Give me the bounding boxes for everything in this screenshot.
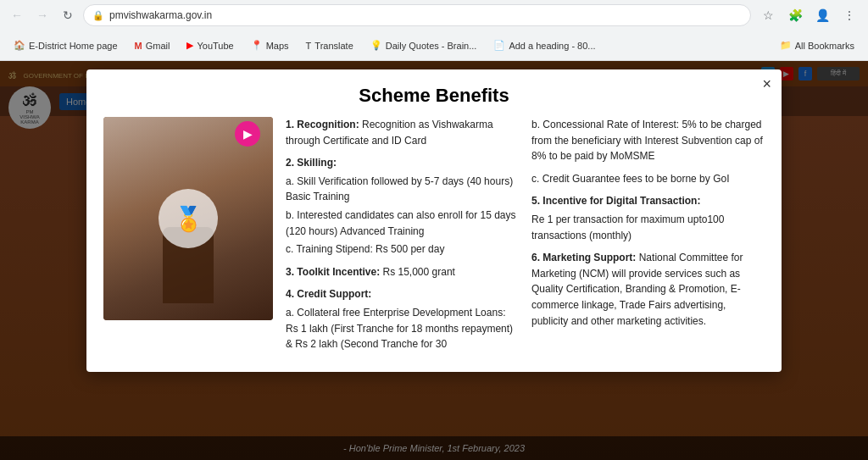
skilling-sub-a: a. Skill Verification followed by 5-7 da… xyxy=(286,174,519,205)
skilling-label: Skilling: xyxy=(297,157,337,169)
modal-image: 🏅 xyxy=(103,117,273,320)
play-cursor-icon: ▶ xyxy=(243,127,253,141)
bookmark-daily-quotes[interactable]: 💡 Daily Quotes - Brain... xyxy=(364,37,484,53)
back-button[interactable]: ← xyxy=(7,5,27,25)
reload-button[interactable]: ↻ xyxy=(58,5,78,25)
marketing-support-item: 6. Marketing Support: National Committee… xyxy=(531,250,765,329)
menu-button[interactable]: ⋮ xyxy=(837,3,861,27)
toolkit-item: 3. Toolkit Incentive: Rs 15,000 grant xyxy=(286,264,519,280)
translate-icon: T xyxy=(306,41,312,51)
star-button[interactable]: ☆ xyxy=(756,3,780,27)
profile-button[interactable]: 👤 xyxy=(810,3,834,27)
modal-overlay: × Scheme Benefits 🏅 ▶ xyxy=(0,61,868,460)
award-icon: 🏅 xyxy=(174,205,203,233)
right-content-column: b. Concessional Rate of Interest: 5% to … xyxy=(531,117,765,359)
extensions-button[interactable]: 🧩 xyxy=(783,3,807,27)
browser-actions: ☆ 🧩 👤 ⋮ xyxy=(756,3,861,27)
bookmark-heading[interactable]: 📄 Add a heading - 80... xyxy=(487,37,602,53)
marketing-number: 6. xyxy=(531,252,540,263)
bookmark-maps[interactable]: 📍 Maps xyxy=(244,37,296,53)
bookmark-all[interactable]: 📁 All Bookmarks xyxy=(773,37,861,53)
toolkit-label: Toolkit Incentive: xyxy=(297,266,380,278)
modal-content-section: 1. Recognition: Recognition as Vishwakar… xyxy=(286,117,765,359)
modal-title: Scheme Benefits xyxy=(86,69,782,117)
digital-text: Re 1 per transaction for maximum upto100… xyxy=(531,212,765,243)
recognition-number: 1. xyxy=(286,119,294,130)
skilling-number: 2. xyxy=(286,157,294,169)
browser-top-bar: ← → ↻ 🔒 pmvishwakarma.gov.in ☆ 🧩 👤 ⋮ xyxy=(0,0,868,30)
bookmark-edistrict[interactable]: 🏠 E-District Home page xyxy=(7,37,125,53)
website-background: 🕉 GOVERNMENT OF INDIA MINISTRY OF MICRO,… xyxy=(0,61,868,460)
digital-label: Incentive for Digital Transaction: xyxy=(542,195,700,207)
modal-body: 🏅 ▶ 1. Recognition: Recognition as xyxy=(86,117,782,372)
maps-icon: 📍 xyxy=(251,40,263,51)
bookmark-gmail[interactable]: M Gmail xyxy=(128,38,177,53)
interest-text: b. Concessional Rate of Interest: 5% to … xyxy=(531,119,763,162)
scheme-benefits-modal: × Scheme Benefits 🏅 ▶ xyxy=(86,69,782,372)
interest-item: b. Concessional Rate of Interest: 5% to … xyxy=(531,117,765,164)
address-bar[interactable]: 🔒 pmvishwakarma.gov.in xyxy=(83,4,751,26)
forward-button[interactable]: → xyxy=(32,5,53,25)
url-text: pmvishwakarma.gov.in xyxy=(109,9,212,21)
youtube-icon: ▶ xyxy=(186,40,193,51)
credit-number: 4. xyxy=(286,288,294,300)
bookmark-icon: 🏠 xyxy=(14,40,25,51)
bookmark-youtube[interactable]: ▶ YouTube xyxy=(180,37,240,53)
doc-icon: 📄 xyxy=(493,40,505,51)
cursor-indicator: ▶ xyxy=(235,121,260,147)
skilling-sub-c: c. Training Stipend: Rs 500 per day xyxy=(286,241,519,258)
browser-chrome: ← → ↻ 🔒 pmvishwakarma.gov.in ☆ 🧩 👤 ⋮ 🏠 E… xyxy=(0,0,868,61)
toolkit-text: Rs 15,000 grant xyxy=(383,266,455,278)
folder-icon: 📁 xyxy=(780,40,792,51)
skilling-sub-b: b. Interested candidates can also enroll… xyxy=(286,208,519,239)
digital-number: 5. xyxy=(531,195,540,207)
toolkit-number: 3. xyxy=(286,266,294,278)
gmail-icon: M xyxy=(135,41,142,51)
credit-item: 4. Credit Support: a. Collateral free En… xyxy=(286,286,519,352)
skilling-item: 2. Skilling: a. Skill Verification follo… xyxy=(286,155,519,258)
recognition-item: 1. Recognition: Recognition as Vishwakar… xyxy=(286,117,519,148)
credit-sub-a: a. Collateral free Enterprise Developmen… xyxy=(286,305,519,352)
recognition-label: Recognition: xyxy=(297,119,359,130)
credit-guarantee-text: c. Credit Guarantee fees to be borne by … xyxy=(531,173,729,185)
credit-guarantee-item: c. Credit Guarantee fees to be borne by … xyxy=(531,171,765,187)
modal-image-section: 🏅 ▶ xyxy=(103,117,273,359)
credit-label: Credit Support: xyxy=(297,288,371,300)
quotes-icon: 💡 xyxy=(370,40,382,51)
lock-icon: 🔒 xyxy=(92,10,104,21)
marketing-label: Marketing Support: xyxy=(542,252,636,263)
left-content-column: 1. Recognition: Recognition as Vishwakar… xyxy=(286,117,519,359)
modal-close-button[interactable]: × xyxy=(762,76,771,91)
digital-transaction-item: 5. Incentive for Digital Transaction: Re… xyxy=(531,193,765,243)
bookmarks-bar: 🏠 E-District Home page M Gmail ▶ YouTube… xyxy=(0,30,868,61)
award-circle: 🏅 xyxy=(159,189,218,248)
bookmark-translate[interactable]: T Translate xyxy=(299,38,360,53)
